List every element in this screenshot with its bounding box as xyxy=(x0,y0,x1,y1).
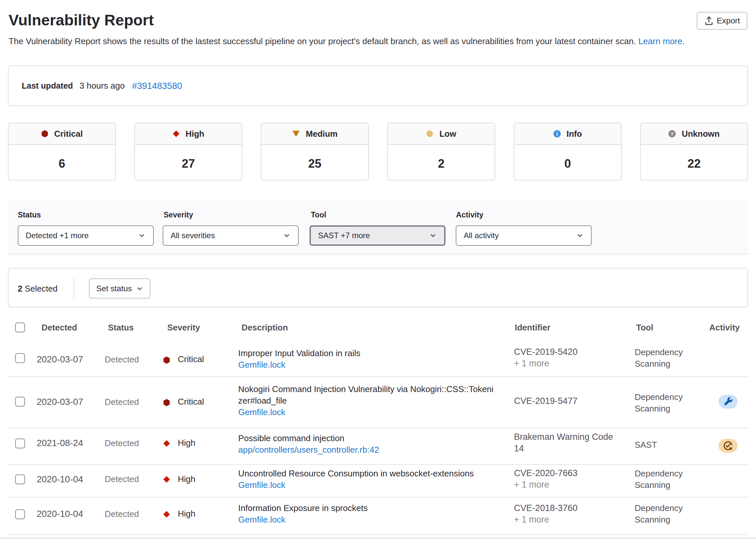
svg-text:?: ? xyxy=(671,131,674,137)
